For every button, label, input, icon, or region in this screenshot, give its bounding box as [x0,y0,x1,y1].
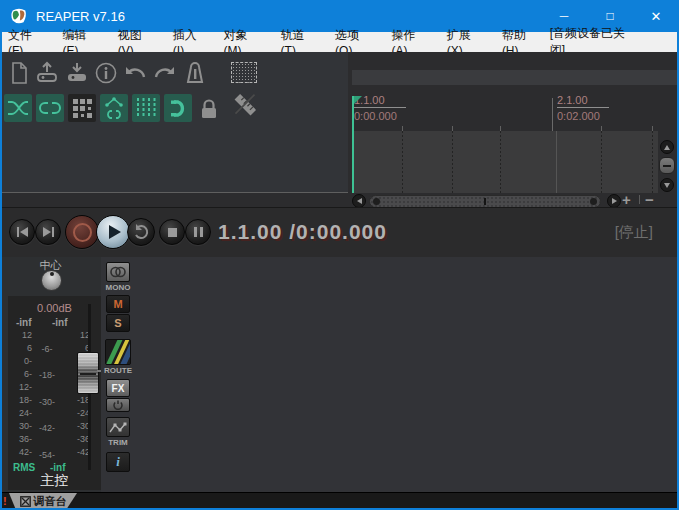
play-button[interactable] [96,215,130,249]
menu-item[interactable]: 插入(I) [165,32,216,52]
grid-lines-button[interactable] [132,94,160,122]
ruler-mark: 2.1.00 0:02.000 [557,94,609,122]
menu-item[interactable]: 选项(O) [327,32,383,52]
scale-number: 12 [8,329,32,342]
play-state-status: [停止] [615,223,653,242]
route-button[interactable] [105,339,131,365]
grid-line [601,131,602,193]
scale-number: 12- [8,381,32,394]
scroll-left-button[interactable] [352,194,366,208]
track-name[interactable]: 主控 [8,472,101,490]
scrollbar-end-dot [590,198,597,205]
fx-button[interactable]: FX [106,379,130,397]
new-project-icon[interactable] [6,60,32,86]
scroll-up-button[interactable] [660,140,674,154]
zoom-out-button[interactable]: − [645,192,654,207]
scale-number: -30 [66,420,90,433]
peak-readout-right: -inf [52,317,68,328]
ruler-beat-label: 2.1.00 [557,94,609,108]
window-title: REAPER v7.16 [36,9,125,24]
lock-icon[interactable] [196,96,222,122]
undo-icon[interactable] [122,60,148,86]
go-to-end-icon [43,227,54,237]
scale-number: -18 [66,394,90,407]
zoom-in-button[interactable]: + [622,192,631,207]
trim-label: TRIM [99,438,137,447]
edit-cursor-flag [354,96,362,104]
scrollbar-end-dot [373,198,380,205]
edit-cursor[interactable] [352,96,354,193]
route-label: ROUTE [99,366,137,375]
tab-checkbox-icon [20,496,31,507]
project-settings-icon[interactable] [93,60,119,86]
mute-button[interactable]: M [106,295,130,313]
scroll-down-button[interactable] [660,178,674,192]
reaper-logo-icon[interactable] [10,7,28,25]
scale-number: -18- [35,362,59,388]
volume-fader-thumb[interactable] [77,352,99,394]
ripple-link-button[interactable] [36,94,64,122]
close-button[interactable]: ✕ [633,0,679,32]
time-display[interactable]: 1.1.00 /0:00.000 [218,220,387,244]
menu-item[interactable]: 文件(F) [0,32,55,52]
menu-item[interactable]: 操作(A) [384,32,439,52]
docker-top-strip [352,70,679,85]
scale-number: 0- [8,355,32,368]
redo-icon[interactable] [152,60,178,86]
loop-button[interactable] [127,218,155,246]
mono-button[interactable] [106,262,130,282]
solo-button[interactable]: S [106,314,130,332]
grid-settings-button[interactable] [68,94,96,122]
marquee-select-icon[interactable] [231,62,257,83]
record-button[interactable] [65,215,99,249]
trim-button[interactable] [106,417,130,437]
transport-bar: 1.1.00 /0:00.000 [停止] [0,207,679,257]
scale-number: 30- [8,420,32,433]
envelope-group-button[interactable] [100,94,128,122]
audio-warning-indicator[interactable]: ! [3,495,7,507]
scale-number: 6- [8,368,32,381]
arrange-grid[interactable] [352,131,658,193]
open-project-icon[interactable] [34,60,60,86]
arrange-view[interactable]: 1.1.00 0:00.000 2.1.00 0:02.000 [348,52,679,207]
menu-item[interactable]: 视图(V) [110,32,165,52]
divider [639,195,640,204]
fx-bypass-button[interactable] [106,398,130,412]
peak-readout-left: -inf [16,317,32,328]
auto-crossfade-button[interactable] [4,94,32,122]
scale-number: 36- [8,433,32,446]
menu-item[interactable]: 帮助(H) [494,32,550,52]
vertical-zoom-out-button[interactable] [659,157,675,174]
route-icon [106,339,130,365]
arrow-up-icon [664,145,670,150]
scale-number: 12 [66,329,90,342]
arrow-down-icon [664,183,670,188]
meter-scale-left: 1260-6-12-18-24-30-36-42- [8,329,32,459]
loop-icon [132,223,150,241]
mono-label: MONO [99,283,137,292]
scale-number: -24 [66,407,90,420]
stop-button[interactable] [159,219,185,245]
go-to-start-button[interactable] [9,219,35,245]
track-info-button[interactable]: i [106,452,130,472]
save-project-icon[interactable] [64,60,90,86]
master-meter-panel: 0.00dB -inf -inf 1260-6-12-18-24-30-36-4… [8,296,101,490]
menu-item[interactable]: 对象(M) [215,32,272,52]
grid-measure-line [556,131,557,193]
ruler-disabled-icon[interactable] [232,92,258,118]
ruler-time-label: 0:02.000 [557,110,609,122]
scroll-right-button[interactable] [607,194,621,208]
grid-line [452,131,453,193]
pan-knob[interactable] [41,270,62,291]
menu-item[interactable]: 编辑(E) [55,32,110,52]
ruler-measure-line [552,98,553,132]
pause-button[interactable] [185,219,211,245]
menu-item[interactable]: 扩展(X) [439,32,494,52]
go-to-start-icon [17,227,28,237]
menu-item[interactable]: 轨道(T) [273,32,328,52]
snap-toggle-button[interactable] [164,94,192,122]
go-to-end-button[interactable] [35,219,61,245]
scale-number: -30- [35,389,59,415]
metronome-icon[interactable] [182,60,208,86]
power-icon [113,400,123,410]
